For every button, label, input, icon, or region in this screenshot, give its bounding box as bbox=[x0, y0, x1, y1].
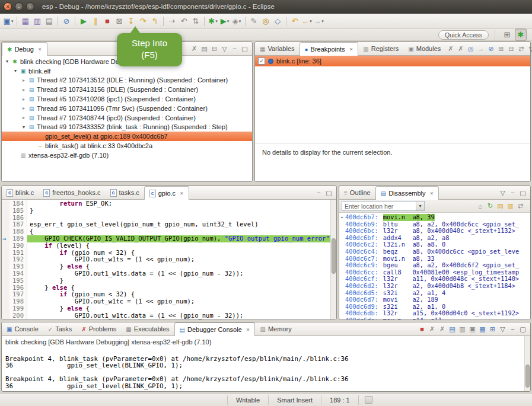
scrollbar-thumb[interactable] bbox=[332, 238, 336, 274]
expander-icon[interactable] bbox=[4, 59, 11, 64]
tab-outline[interactable]: ≡ Outline bbox=[339, 186, 375, 199]
remove-breakpoint-icon[interactable]: ✗ bbox=[445, 43, 455, 54]
close-icon[interactable] bbox=[246, 327, 250, 333]
debug-tree-row[interactable]: ▤ Thread #9 1073433352 (blink_task : Run… bbox=[2, 123, 252, 132]
step-return-icon[interactable]: ↰ bbox=[149, 15, 161, 27]
maximize-icon[interactable]: ▢ bbox=[518, 324, 528, 334]
print-icon[interactable]: ▤ bbox=[43, 15, 55, 27]
terminate-icon[interactable]: ■ bbox=[101, 15, 113, 27]
refresh-icon[interactable]: ↻ bbox=[485, 201, 495, 212]
debug-tree-row[interactable]: ▤ Thread #7 1073408744 (ipc0) (Suspended… bbox=[2, 113, 252, 123]
instruction-stepping-icon[interactable]: ⇢ bbox=[166, 15, 178, 27]
debug-tree-row[interactable]: ▤ Thread #2 1073413512 (IDLE : Running) … bbox=[2, 76, 252, 85]
maximize-icon[interactable]: ▢ bbox=[518, 187, 528, 198]
console-body[interactable]: blink checking [GDB Hardware Debugging] … bbox=[2, 336, 530, 391]
collapse-all-icon[interactable]: ⊟ bbox=[209, 43, 219, 54]
back-icon[interactable]: ← bbox=[301, 15, 313, 27]
suspend-icon[interactable]: ∥ bbox=[90, 15, 101, 27]
minimize-icon[interactable]: − bbox=[314, 187, 324, 198]
close-icon[interactable] bbox=[430, 191, 434, 196]
tab-modules[interactable]: ▣ Modules bbox=[403, 42, 445, 55]
display-selected-console-icon[interactable]: ▦ bbox=[477, 324, 488, 334]
show-supported-breakpoints-icon[interactable]: ◎ bbox=[466, 43, 476, 54]
step-filters-icon[interactable]: ⇅ bbox=[190, 15, 202, 27]
expander-icon[interactable] bbox=[20, 78, 27, 83]
open-console-icon[interactable]: ⊞ bbox=[488, 324, 498, 334]
tab-freertos-hooks-c[interactable]: c freertos_hooks.c bbox=[39, 186, 105, 199]
debug-tree-row[interactable]: ▣ blink.elf bbox=[2, 66, 252, 76]
run-icon[interactable]: ▶ bbox=[219, 15, 231, 27]
pin-console-icon[interactable]: ▣ bbox=[467, 324, 477, 334]
skip-breakpoints-icon[interactable]: ⊘ bbox=[60, 15, 72, 27]
forward-icon[interactable]: → bbox=[313, 15, 324, 27]
chevron-down-icon[interactable] bbox=[416, 202, 424, 210]
source-editor[interactable]: 184 return ESP_OK; 185 } 186 bbox=[2, 200, 336, 319]
quick-access-button[interactable]: Quick Access bbox=[438, 30, 489, 40]
tab-memory[interactable]: ▥ Memory bbox=[255, 322, 296, 335]
view-layout-icon[interactable]: ▤ bbox=[199, 43, 209, 54]
tab-executables[interactable]: ▦ Executables bbox=[121, 322, 174, 335]
skip-all-breakpoints-icon[interactable]: ⊘ bbox=[486, 43, 496, 54]
minimize-icon[interactable]: − bbox=[508, 324, 518, 334]
editor-scrollbar[interactable] bbox=[330, 200, 336, 319]
maximize-icon[interactable]: ▢ bbox=[240, 43, 250, 54]
tab-debugger-console[interactable]: ▤ Debugger Console bbox=[174, 322, 256, 336]
scroll-lock-icon[interactable]: ▥ bbox=[457, 324, 467, 334]
show-symbols-icon[interactable]: ▥ bbox=[505, 201, 515, 212]
save-all-icon[interactable]: ▥ bbox=[31, 15, 43, 27]
breakpoint-list-area[interactable] bbox=[255, 66, 530, 143]
track-expression-icon[interactable]: ⇄ bbox=[515, 201, 525, 212]
clear-console-icon[interactable]: ▤ bbox=[447, 324, 457, 334]
close-icon[interactable] bbox=[38, 47, 42, 52]
view-menu-icon[interactable]: ▽ bbox=[526, 43, 532, 54]
tab-registers[interactable]: ▥ Registers bbox=[358, 42, 403, 55]
tab-problems[interactable]: ✗ Problems bbox=[77, 322, 121, 335]
last-edit-location-icon[interactable]: ↶ bbox=[289, 15, 301, 27]
disassembly-listing[interactable]: 400dc6b7: movi.n a8, 39 400dc6b9: bltu a… bbox=[339, 213, 530, 319]
view-menu-icon[interactable]: ▽ bbox=[498, 187, 508, 198]
expand-all-icon[interactable]: ⊞ bbox=[496, 43, 506, 54]
expander-icon[interactable] bbox=[20, 115, 27, 120]
breakpoint-checkbox[interactable] bbox=[258, 57, 265, 65]
open-perspective-icon[interactable]: ⊞ bbox=[501, 28, 513, 41]
close-icon[interactable] bbox=[180, 191, 184, 196]
debug-tree-row[interactable]: ▤ Thread #5 1073410208 (ipc1) (Suspended… bbox=[2, 94, 252, 104]
maximize-icon[interactable]: ▢ bbox=[324, 187, 334, 198]
tab-console[interactable]: ▣ Console bbox=[2, 322, 43, 335]
expander-icon[interactable] bbox=[12, 68, 19, 73]
remove-all-breakpoints-icon[interactable]: ✗ bbox=[455, 43, 466, 54]
debug-tree-row[interactable]: ▥ xtensa-esp32-elf-gdb (7.10) bbox=[2, 151, 252, 160]
link-with-debug-icon[interactable]: ⇄ bbox=[516, 43, 526, 54]
tab-tasks[interactable]: ✓ Tasks bbox=[43, 322, 77, 335]
go-to-file-icon[interactable]: → bbox=[476, 43, 486, 54]
terminate-icon[interactable]: ■ bbox=[417, 324, 427, 334]
close-icon[interactable] bbox=[349, 47, 353, 52]
location-combo[interactable]: Enter location her bbox=[342, 201, 425, 211]
window-maximize-button[interactable] bbox=[26, 2, 34, 11]
window-minimize-button[interactable] bbox=[15, 2, 23, 11]
tab-variables[interactable]: ▦ Variables bbox=[255, 42, 300, 55]
window-close-button[interactable] bbox=[4, 2, 12, 11]
new-wizard-icon[interactable]: ✎ bbox=[248, 15, 260, 27]
expander-icon[interactable] bbox=[20, 124, 27, 130]
tab-breakpoints[interactable]: ● Breakpoints bbox=[300, 42, 359, 56]
step-into-icon[interactable]: ↧ bbox=[125, 15, 137, 27]
debug-tree-row[interactable]: → gpio_set_level() at gpio.c:189 0x400dc… bbox=[2, 132, 252, 141]
debug-perspective-icon[interactable]: ✱ bbox=[515, 28, 527, 41]
debug-tree-row[interactable]: ▤ Thread #3 1073413156 (IDLE) (Suspended… bbox=[2, 85, 252, 94]
minimize-icon[interactable]: − bbox=[508, 187, 518, 198]
new-icon[interactable]: ▣ bbox=[2, 15, 14, 27]
tab-gpio-c[interactable]: c gpio.c bbox=[144, 186, 189, 200]
remove-all-launches-icon[interactable]: ✗ bbox=[437, 324, 447, 334]
save-icon[interactable]: ▦ bbox=[20, 15, 31, 27]
collapse-all-icon[interactable]: ⊟ bbox=[506, 43, 516, 54]
expander-icon[interactable] bbox=[20, 97, 27, 102]
remove-all-terminated-icon[interactable]: ✗ bbox=[189, 43, 199, 54]
console-scrollbar[interactable] bbox=[524, 336, 530, 391]
minimize-icon[interactable]: − bbox=[230, 43, 240, 54]
breakpoint-row[interactable]: blink.c [line: 36] bbox=[255, 56, 530, 66]
debug-tree-row[interactable]: ▤ Thread #6 1073411096 (Tmr Svc) (Suspen… bbox=[2, 104, 252, 113]
show-source-icon[interactable]: ▤ bbox=[495, 201, 505, 212]
remove-launch-icon[interactable]: ✗ bbox=[427, 324, 437, 334]
view-menu-icon[interactable]: ▽ bbox=[219, 43, 230, 54]
